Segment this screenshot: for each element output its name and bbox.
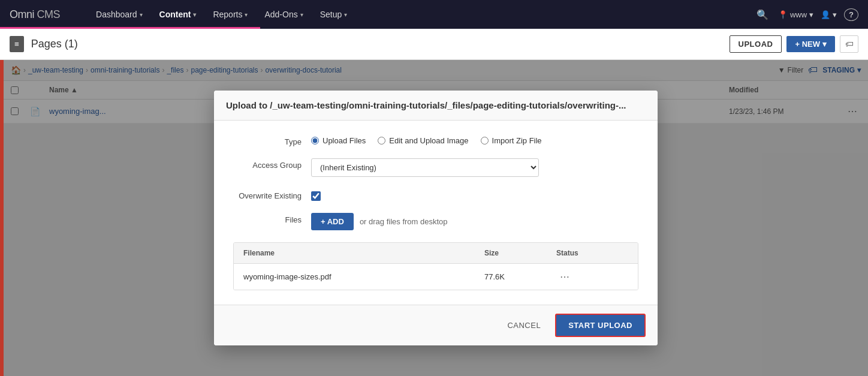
access-group-control: (Inherit Existing) xyxy=(311,158,638,177)
app-logo[interactable]: Omni CMS xyxy=(10,8,74,21)
nav-setup[interactable]: Setup ▾ xyxy=(313,5,355,24)
page-title: Pages (1) xyxy=(31,38,78,50)
overwrite-row: Overwrite Existing xyxy=(233,189,638,201)
nav-reports-chevron: ▾ xyxy=(245,11,248,18)
files-row: Files + ADD or drag files from desktop xyxy=(233,213,638,230)
nav-content[interactable]: Content ▾ xyxy=(152,5,204,24)
add-files-button[interactable]: + ADD xyxy=(311,213,354,230)
access-group-row: Access Group (Inherit Existing) xyxy=(233,158,638,177)
location-icon: 📍 xyxy=(778,10,788,19)
modal-overlay: Upload to /_uw-team-testing/omni-trainin… xyxy=(4,60,868,376)
upload-modal: Upload to /_uw-team-testing/omni-trainin… xyxy=(214,91,658,345)
sidebar-toggle[interactable]: ≡ xyxy=(10,36,24,52)
page-header-right: UPLOAD + NEW ▾ 🏷 xyxy=(730,35,858,53)
nav-items: Dashboard ▾ Content ▾ Reports ▾ Add-Ons … xyxy=(89,5,754,24)
overwrite-control xyxy=(311,189,638,201)
nav-addons[interactable]: Add-Ons ▾ xyxy=(257,5,310,24)
access-group-select[interactable]: (Inherit Existing) xyxy=(311,158,539,177)
files-list-header: Filename Size Status xyxy=(234,243,638,264)
type-radio-group: Upload Files Edit and Upload Image Impor… xyxy=(311,135,638,145)
modal-footer: CANCEL START UPLOAD xyxy=(214,305,658,345)
files-col-status: Status xyxy=(556,249,628,257)
nav-dashboard-chevron: ▾ xyxy=(140,11,143,18)
new-chevron: ▾ xyxy=(822,40,827,49)
content-area: 🏠 › _uw-team-testing › omni-training-tut… xyxy=(0,60,868,376)
radio-edit-upload-image-label: Edit and Upload Image xyxy=(389,136,468,145)
nav-dashboard-label: Dashboard xyxy=(96,10,137,19)
upload-button[interactable]: UPLOAD xyxy=(730,35,782,53)
nav-content-label: Content xyxy=(159,10,191,19)
file-filename: wyoming-image-sizes.pdf xyxy=(243,272,484,281)
overwrite-label: Overwrite Existing xyxy=(233,189,311,200)
user-chevron: ▾ xyxy=(833,10,837,19)
access-group-label: Access Group xyxy=(233,158,311,170)
radio-edit-upload-image[interactable]: Edit and Upload Image xyxy=(378,136,468,145)
file-size: 77.6K xyxy=(484,272,556,281)
nav-addons-chevron: ▾ xyxy=(300,11,303,18)
page-header-left: ≡ Pages (1) xyxy=(10,36,78,52)
type-row: Type Upload Files Edit and Upload Image xyxy=(233,135,638,146)
files-list-wrapper: Filename Size Status wyoming-image-sizes… xyxy=(233,242,638,290)
overwrite-checkbox[interactable] xyxy=(311,191,321,201)
files-control: + ADD or drag files from desktop xyxy=(311,213,638,230)
www-label: www xyxy=(790,10,807,19)
type-label: Type xyxy=(233,135,311,146)
nav-addons-label: Add-Ons xyxy=(264,10,297,19)
files-label: Files xyxy=(233,213,311,224)
radio-upload-files-label: Upload Files xyxy=(323,136,366,145)
nav-setup-chevron: ▾ xyxy=(344,11,347,18)
drag-text: or drag files from desktop xyxy=(360,217,448,226)
search-icon[interactable]: 🔍 xyxy=(754,7,771,23)
modal-header: Upload to /_uw-team-testing/omni-trainin… xyxy=(214,91,658,121)
nav-reports-label: Reports xyxy=(213,10,242,19)
new-button[interactable]: + NEW ▾ xyxy=(786,36,835,52)
modal-title: Upload to /_uw-team-testing/omni-trainin… xyxy=(226,100,626,110)
radio-import-zip-input[interactable] xyxy=(481,137,489,145)
modal-body: Type Upload Files Edit and Upload Image xyxy=(214,121,658,305)
file-more-options[interactable]: ⋯ xyxy=(556,270,573,284)
help-icon[interactable]: ? xyxy=(844,8,858,21)
cancel-button[interactable]: CANCEL xyxy=(500,316,548,335)
user-menu[interactable]: 👤 ▾ xyxy=(821,10,837,19)
radio-import-zip[interactable]: Import Zip File xyxy=(481,136,542,145)
tag-button[interactable]: 🏷 xyxy=(840,35,858,53)
top-nav: Omni CMS Dashboard ▾ Content ▾ Reports ▾… xyxy=(0,0,868,29)
www-selector[interactable]: 📍 www ▾ xyxy=(778,10,813,19)
radio-upload-files-input[interactable] xyxy=(311,137,319,145)
www-chevron: ▾ xyxy=(809,10,813,19)
file-status-actions: ⋯ xyxy=(556,270,628,284)
nav-content-chevron: ▾ xyxy=(193,11,196,18)
page-header: ≡ Pages (1) UPLOAD + NEW ▾ 🏷 xyxy=(0,29,868,60)
radio-edit-upload-image-input[interactable] xyxy=(378,137,385,145)
logo-brand: CMS xyxy=(34,8,60,20)
files-list-row: wyoming-image-sizes.pdf 77.6K ⋯ xyxy=(234,264,638,290)
files-col-filename: Filename xyxy=(243,249,484,257)
user-icon: 👤 xyxy=(821,10,830,19)
logo-text: Omni xyxy=(10,8,34,20)
main-content: 🏠 › _uw-team-testing › omni-training-tut… xyxy=(4,60,868,376)
radio-upload-files[interactable]: Upload Files xyxy=(311,136,366,145)
files-col-size: Size xyxy=(484,249,556,257)
start-upload-button[interactable]: START UPLOAD xyxy=(555,314,646,337)
radio-import-zip-label: Import Zip File xyxy=(492,136,542,145)
new-button-label: + NEW xyxy=(795,40,820,49)
nav-setup-label: Setup xyxy=(320,10,342,19)
nav-dashboard[interactable]: Dashboard ▾ xyxy=(89,5,150,24)
nav-right: 🔍 📍 www ▾ 👤 ▾ ? xyxy=(754,7,858,23)
nav-reports[interactable]: Reports ▾ xyxy=(206,5,255,24)
